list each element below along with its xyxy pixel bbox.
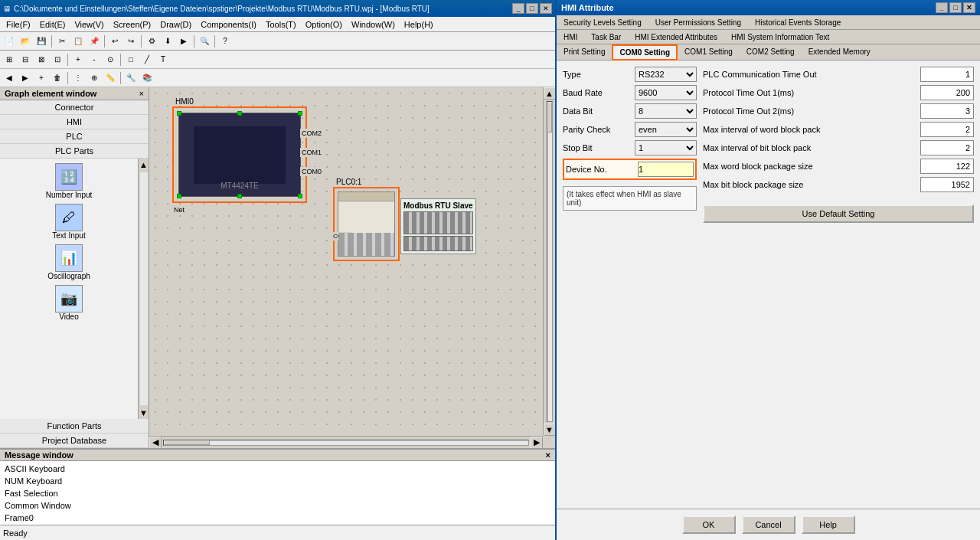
handle-br[interactable] bbox=[298, 194, 302, 198]
baud-rate-select[interactable]: 9600 bbox=[635, 85, 697, 100]
type-select[interactable]: RS232 bbox=[635, 67, 697, 82]
number-input-part[interactable]: 🔢 Number Input bbox=[3, 162, 135, 201]
screen-prev-button[interactable]: ◀ bbox=[2, 70, 17, 86]
screen-add-button[interactable]: + bbox=[34, 70, 49, 86]
zoom-out-button[interactable]: - bbox=[87, 52, 102, 67]
download-button[interactable]: ⬇ bbox=[160, 34, 175, 49]
find-button[interactable]: 🔍 bbox=[197, 34, 212, 49]
tab-hmi-system-info[interactable]: HMI System Information Text bbox=[724, 30, 836, 44]
menu-components[interactable]: Components(I) bbox=[196, 18, 261, 31]
tab-print-setting[interactable]: Print Setting bbox=[557, 44, 612, 60]
message-window-close[interactable]: × bbox=[546, 450, 550, 460]
paste-button[interactable]: 📌 bbox=[87, 34, 102, 49]
align-top-button[interactable]: ⊠ bbox=[34, 52, 49, 67]
align-right-button[interactable]: ⊟ bbox=[18, 52, 33, 67]
help-button[interactable]: ? bbox=[217, 34, 233, 49]
maximize-button[interactable]: □ bbox=[526, 3, 538, 14]
function-parts-item[interactable]: Function Parts bbox=[0, 419, 149, 434]
max-word-interval-input[interactable] bbox=[920, 122, 974, 137]
save-button[interactable]: 💾 bbox=[34, 34, 49, 49]
max-bit-interval-input[interactable] bbox=[920, 140, 974, 155]
tab-security-levels[interactable]: Security Levels Setting bbox=[557, 15, 648, 29]
menu-tools[interactable]: Tools(T) bbox=[261, 18, 301, 31]
zoom-in-button[interactable]: + bbox=[70, 52, 86, 67]
simulate-button[interactable]: ▶ bbox=[176, 34, 191, 49]
scroll-down-canvas-button[interactable]: ▼ bbox=[544, 424, 556, 436]
max-word-package-input[interactable] bbox=[920, 159, 974, 174]
tab-com2-setting[interactable]: COM2 Setting bbox=[740, 44, 802, 60]
use-default-button[interactable]: Use Default Setting bbox=[703, 205, 974, 223]
plc-device[interactable]: COM0 bbox=[338, 191, 395, 257]
graph-element-close[interactable]: × bbox=[139, 89, 144, 98]
plc-parts-item[interactable]: PLC Parts bbox=[0, 144, 149, 159]
ok-button[interactable]: OK bbox=[682, 515, 736, 534]
cancel-button[interactable]: Cancel bbox=[742, 515, 795, 534]
video-part[interactable]: 📷 Video bbox=[3, 283, 135, 322]
menu-file[interactable]: File(F) bbox=[2, 18, 35, 31]
tab-hmi-extended[interactable]: HMI Extended Attributes bbox=[628, 30, 724, 44]
stop-bit-select[interactable]: 1 bbox=[635, 140, 697, 155]
grid-toggle-button[interactable]: ⋮ bbox=[70, 70, 86, 86]
draw-line-button[interactable]: ╱ bbox=[139, 52, 155, 67]
tab-user-permissions[interactable]: User Permissions Setting bbox=[648, 15, 748, 29]
menu-option[interactable]: Option(O) bbox=[301, 18, 347, 31]
copy-button[interactable]: 📋 bbox=[70, 34, 86, 49]
ruler-toggle-button[interactable]: 📏 bbox=[103, 70, 118, 86]
handle-bl[interactable] bbox=[177, 194, 181, 198]
help-button[interactable]: Help bbox=[802, 515, 855, 534]
tab-com1-setting[interactable]: COM1 Setting bbox=[678, 44, 740, 60]
hmi-item[interactable]: HMI bbox=[0, 115, 149, 129]
draw-rect-button[interactable]: □ bbox=[123, 52, 139, 67]
component-button[interactable]: 🔧 bbox=[123, 70, 139, 86]
menu-edit[interactable]: Edit(E) bbox=[35, 18, 70, 31]
tab-com0-setting[interactable]: COM0 Setting bbox=[612, 44, 678, 61]
protocol-timeout2-input[interactable] bbox=[920, 103, 974, 119]
scroll-up-button[interactable]: ▲ bbox=[138, 159, 149, 171]
dialog-minimize-button[interactable]: _ bbox=[936, 2, 948, 13]
open-button[interactable]: 📂 bbox=[18, 34, 33, 49]
tab-extended-memory[interactable]: Extended Memory bbox=[802, 44, 877, 60]
tab-historical-events[interactable]: Historical Events Storage bbox=[748, 15, 848, 29]
scroll-right-button[interactable]: ▶ bbox=[531, 437, 543, 449]
handle-tr[interactable] bbox=[298, 111, 302, 116]
handle-bm[interactable] bbox=[237, 194, 242, 198]
handle-tl[interactable] bbox=[177, 111, 181, 116]
hmi-device[interactable]: COM2 COM1 COM0 MT4424TE bbox=[178, 113, 301, 197]
data-bit-select[interactable]: 8 bbox=[635, 103, 697, 119]
menu-screen[interactable]: Screen(P) bbox=[109, 18, 156, 31]
max-bit-package-input[interactable] bbox=[920, 177, 974, 192]
oscillograph-part[interactable]: 📊 Oscillograph bbox=[3, 243, 135, 282]
device-no-input[interactable] bbox=[638, 162, 694, 177]
menu-view[interactable]: View(V) bbox=[70, 18, 108, 31]
scroll-down-button[interactable]: ▼ bbox=[138, 407, 149, 419]
connector-item[interactable]: Connector bbox=[0, 100, 149, 115]
snap-toggle-button[interactable]: ⊕ bbox=[87, 70, 102, 86]
parity-check-select[interactable]: even bbox=[635, 122, 697, 137]
plc-timeout-input[interactable] bbox=[920, 67, 974, 82]
align-left-button[interactable]: ⊞ bbox=[2, 52, 17, 67]
screen-del-button[interactable]: 🗑 bbox=[50, 70, 65, 86]
protocol-timeout1-input[interactable] bbox=[920, 85, 974, 100]
scroll-up-canvas-button[interactable]: ▲ bbox=[544, 87, 556, 100]
close-button[interactable]: ✕ bbox=[540, 3, 552, 14]
text-input-part[interactable]: 🖊 Text Input bbox=[3, 202, 135, 241]
minimize-button[interactable]: _ bbox=[512, 3, 524, 14]
handle-tm[interactable] bbox=[237, 111, 242, 116]
dialog-maximize-button[interactable]: □ bbox=[949, 2, 962, 13]
scroll-left-button[interactable]: ◀ bbox=[149, 437, 162, 449]
menu-help[interactable]: Help(H) bbox=[400, 18, 438, 31]
new-button[interactable]: 📄 bbox=[2, 34, 17, 49]
cut-button[interactable]: ✂ bbox=[54, 34, 70, 49]
align-bottom-button[interactable]: ⊡ bbox=[50, 52, 65, 67]
screen-next-button[interactable]: ▶ bbox=[18, 70, 33, 86]
project-database-item[interactable]: Project Database bbox=[0, 434, 149, 448]
tab-hmi[interactable]: HMI bbox=[557, 30, 584, 44]
plc-item[interactable]: PLC bbox=[0, 129, 149, 144]
redo-button[interactable]: ↪ bbox=[123, 34, 139, 49]
draw-text-button[interactable]: T bbox=[155, 52, 171, 67]
dialog-close-button[interactable]: ✕ bbox=[963, 2, 975, 13]
compile-button[interactable]: ⚙ bbox=[144, 34, 159, 49]
menu-draw[interactable]: Draw(D) bbox=[155, 18, 196, 31]
undo-button[interactable]: ↩ bbox=[107, 34, 122, 49]
library-button[interactable]: 📚 bbox=[139, 70, 155, 86]
